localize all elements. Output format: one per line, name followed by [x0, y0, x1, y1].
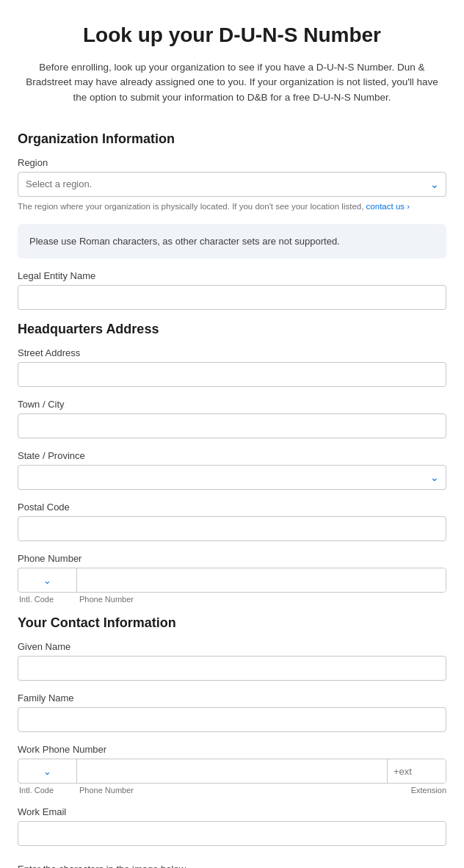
region-select-wrapper: Select a region. ⌄: [18, 172, 446, 197]
work-email-label: Work Email: [18, 806, 446, 817]
phone-number-input[interactable]: [77, 568, 446, 592]
postal-group: Postal Code: [18, 502, 446, 541]
work-phone-label: Work Phone Number: [18, 744, 446, 755]
roman-notice: Please use Roman characters, as other ch…: [18, 224, 446, 259]
street-group: Street Address: [18, 347, 446, 387]
region-label: Region: [18, 157, 446, 168]
work-phone-labels: Intl. Code Phone Number Extension: [18, 786, 446, 795]
work-email-group: Work Email: [18, 806, 446, 846]
work-phone-ext-input[interactable]: [387, 759, 446, 783]
legal-entity-input[interactable]: [18, 285, 446, 310]
work-phone-row: ⌄: [18, 759, 446, 784]
org-section-title: Organization Information: [18, 131, 446, 147]
family-name-label: Family Name: [18, 692, 446, 704]
family-name-group: Family Name: [18, 692, 446, 732]
phone-field-row: ⌄: [18, 568, 446, 593]
phone-labels: Intl. Code Phone Number: [18, 595, 446, 604]
legal-entity-label: Legal Entity Name: [18, 270, 446, 281]
hq-section-title: Headquarters Address: [18, 322, 446, 337]
work-email-input[interactable]: [18, 821, 446, 846]
given-name-group: Given Name: [18, 641, 446, 681]
street-label: Street Address: [18, 347, 446, 358]
given-name-label: Given Name: [18, 641, 446, 652]
postal-label: Postal Code: [18, 502, 446, 513]
page-title: Look up your D-U-N-S Number: [18, 23, 446, 47]
intl-code-label: Intl. Code: [19, 595, 78, 604]
work-phone-number-input[interactable]: [77, 759, 387, 783]
postal-input[interactable]: [18, 516, 446, 541]
phone-label: Phone Number: [18, 553, 446, 564]
family-name-input[interactable]: [18, 707, 446, 732]
work-phone-intl-chevron-icon[interactable]: ⌄: [43, 766, 51, 777]
work-phone-group: Work Phone Number ⌄ Intl. Code Phone Num…: [18, 744, 446, 795]
city-input[interactable]: [18, 413, 446, 438]
city-label: Town / City: [18, 399, 446, 410]
contact-section: Your Contact Information Given Name Fami…: [18, 615, 446, 846]
org-section: Organization Information Region Select a…: [18, 131, 446, 311]
hq-section: Headquarters Address Street Address Town…: [18, 322, 446, 604]
state-label: State / Province: [18, 450, 446, 461]
region-select[interactable]: Select a region.: [18, 172, 446, 197]
given-name-input[interactable]: [18, 656, 446, 681]
contact-section-title: Your Contact Information: [18, 615, 446, 631]
region-hint: The region where your organization is ph…: [18, 200, 446, 212]
contact-us-link[interactable]: contact us ›: [366, 202, 410, 211]
state-select-wrapper: ⌄: [18, 465, 446, 490]
phone-intl-wrapper: ⌄: [18, 568, 77, 592]
phone-number-label: Phone Number: [79, 595, 134, 604]
street-input[interactable]: [18, 362, 446, 387]
phone-intl-chevron-icon[interactable]: ⌄: [43, 575, 51, 586]
work-phone-intl-wrapper: ⌄: [18, 759, 77, 783]
state-select[interactable]: [18, 465, 446, 490]
city-group: Town / City: [18, 399, 446, 438]
phone-group: Phone Number ⌄ Intl. Code Phone Number: [18, 553, 446, 604]
captcha-section: Enter the characters in the image below.…: [18, 864, 446, 868]
captcha-instruction: Enter the characters in the image below.: [18, 864, 446, 868]
region-group: Region Select a region. ⌄ The region whe…: [18, 157, 446, 212]
state-group: State / Province ⌄: [18, 450, 446, 490]
page-description: Before enrolling, look up your organizat…: [18, 60, 446, 105]
work-phone-number-label: Phone Number: [79, 786, 411, 795]
page-container: Look up your D-U-N-S Number Before enrol…: [0, 0, 464, 868]
work-ext-label: Extension: [411, 786, 446, 795]
legal-entity-group: Legal Entity Name: [18, 270, 446, 310]
work-intl-code-label: Intl. Code: [19, 786, 78, 795]
